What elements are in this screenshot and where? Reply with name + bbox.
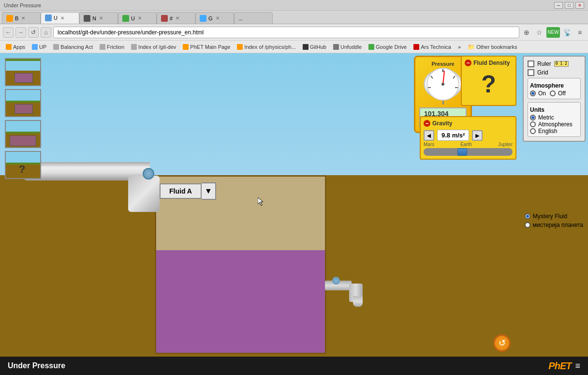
reset-button[interactable]: ↺ bbox=[493, 334, 511, 352]
fluid-density-label: Fluid Density bbox=[473, 60, 510, 66]
thumb2-grass bbox=[6, 101, 40, 103]
tab-close-n[interactable]: ✕ bbox=[98, 15, 104, 21]
new-button[interactable]: NEW bbox=[546, 27, 560, 38]
units-atmospheres-row: Atmospheres bbox=[530, 121, 578, 128]
tab-close-g[interactable]: ✕ bbox=[215, 15, 220, 21]
tab-icon-g bbox=[200, 15, 206, 22]
tab-icon-u2 bbox=[122, 15, 129, 22]
units-english-label: English bbox=[538, 128, 557, 135]
tab-b[interactable]: B ✕ bbox=[2, 12, 41, 24]
window-title: Under Pressure bbox=[4, 2, 41, 8]
side-faucet-knob[interactable] bbox=[332, 277, 340, 285]
atmosphere-on-radio[interactable] bbox=[530, 90, 536, 96]
bookmark-apps-icon bbox=[6, 44, 12, 50]
tab-more[interactable]: ... bbox=[234, 12, 273, 24]
sim-menu-icon[interactable]: ≡ bbox=[575, 361, 580, 371]
tab-icon-hash bbox=[161, 15, 168, 22]
thumbnail-4[interactable]: ? bbox=[5, 151, 41, 179]
bookmark-balancing-act[interactable]: Balancing Act bbox=[50, 43, 96, 51]
fluid-density-title: − Fluid Density bbox=[465, 60, 513, 66]
gravity-decrease-button[interactable]: ◄ bbox=[424, 130, 434, 141]
atmosphere-on-label: On bbox=[538, 90, 546, 97]
bookmarks-more[interactable]: » bbox=[455, 43, 464, 51]
tab-label-g: G bbox=[208, 15, 213, 21]
bookmark-google-drive[interactable]: Google Drive bbox=[366, 43, 410, 51]
gravity-slider[interactable] bbox=[424, 148, 513, 156]
bookmark-git-label: Index of /git-dev bbox=[138, 44, 176, 50]
maximize-button[interactable]: □ bbox=[565, 2, 573, 9]
home-button[interactable]: ⌂ bbox=[41, 27, 51, 38]
thumbnail-3[interactable] bbox=[5, 120, 41, 148]
close-button[interactable]: ✕ bbox=[575, 2, 584, 9]
gravity-collapse-button[interactable]: − bbox=[424, 120, 430, 127]
bookmark-github-icon bbox=[303, 44, 309, 50]
units-english-radio[interactable] bbox=[530, 128, 536, 134]
fluid-dropdown-button[interactable]: ▼ bbox=[202, 182, 216, 200]
thumbnail-1[interactable] bbox=[5, 58, 41, 86]
tab-more-label: ... bbox=[238, 15, 243, 21]
side-faucet-spout bbox=[353, 296, 363, 307]
tab-u2[interactable]: U ✕ bbox=[118, 12, 157, 24]
tab-close-b[interactable]: ✕ bbox=[20, 15, 26, 21]
gravity-value: 9.8 m/s² bbox=[437, 130, 469, 141]
bookmark-index-git[interactable]: Index of /git-dev bbox=[128, 43, 179, 51]
forward-button[interactable]: → bbox=[15, 27, 26, 38]
units-atmospheres-label: Atmospheres bbox=[538, 121, 573, 128]
bookmark-friction[interactable]: Friction bbox=[97, 43, 127, 51]
tab-hash[interactable]: # ✕ bbox=[157, 12, 195, 24]
atmosphere-off-radio[interactable] bbox=[550, 90, 556, 96]
units-atmospheres-radio[interactable] bbox=[530, 121, 536, 127]
gravity-increase-button[interactable]: ► bbox=[472, 130, 483, 141]
tab-n[interactable]: N ✕ bbox=[79, 12, 118, 24]
back-button[interactable]: ← bbox=[3, 27, 14, 38]
thumbnail-2[interactable] bbox=[5, 89, 41, 117]
bookmark-unfuddle[interactable]: Unfuddle bbox=[330, 43, 365, 51]
thumb2-ground bbox=[6, 102, 40, 116]
grid-checkbox[interactable] bbox=[528, 69, 534, 76]
bookmark-github[interactable]: GitHub bbox=[300, 43, 329, 51]
tab-close-u[interactable]: ✕ bbox=[59, 15, 65, 21]
mystery-planet-radio[interactable] bbox=[525, 222, 530, 228]
bookmark-ars-technica[interactable]: Ars Technica bbox=[411, 43, 454, 51]
bookmark-up[interactable]: UP bbox=[29, 43, 49, 51]
bookmarks-bar: Apps UP Balancing Act Friction Index of … bbox=[0, 41, 588, 53]
star-button[interactable]: ☆ bbox=[534, 27, 544, 38]
mystery-section: Mystery Fluid мистерија планета bbox=[525, 213, 583, 228]
tab-close-u2[interactable]: ✕ bbox=[137, 15, 143, 21]
tab-label-hash: # bbox=[170, 15, 173, 21]
bookmark-ars-icon bbox=[413, 44, 419, 50]
fluid-density-collapse-button[interactable]: − bbox=[465, 60, 471, 66]
tab-bar: B ✕ U ✕ N ✕ U ✕ # ✕ G ✕ ... bbox=[0, 11, 588, 24]
fluid-selector-label[interactable]: Fluid A bbox=[160, 183, 202, 199]
ruler-checkbox[interactable] bbox=[528, 60, 534, 67]
address-bar[interactable] bbox=[53, 27, 519, 38]
gravity-controls: ◄ 9.8 m/s² ► bbox=[424, 130, 513, 141]
tab-u[interactable]: U ✕ bbox=[41, 12, 79, 24]
bookmark-github-label: GitHub bbox=[310, 44, 326, 50]
thumbnails-panel: ? bbox=[5, 58, 41, 179]
tab-close-hash[interactable]: ✕ bbox=[175, 15, 180, 21]
bookmarks-folder[interactable]: 📁 Other bookmarks bbox=[465, 43, 520, 51]
units-group: Units Metric Atmospheres English bbox=[528, 102, 581, 137]
reload-button[interactable]: ↺ bbox=[28, 27, 39, 38]
units-metric-radio[interactable] bbox=[530, 115, 536, 120]
simulation-area: Fluid A ▼ Pressure bbox=[0, 53, 588, 357]
mystery-fluid-radio[interactable] bbox=[525, 213, 530, 219]
bookmark-phet[interactable]: PhET Main Page bbox=[180, 43, 233, 51]
faucet-knob[interactable] bbox=[143, 168, 154, 180]
grid-row: Grid bbox=[528, 69, 581, 76]
bookmark-index-physics[interactable]: Index of /physics/ph... bbox=[234, 43, 298, 51]
side-faucet[interactable] bbox=[325, 281, 352, 290]
tab-g[interactable]: G ✕ bbox=[195, 12, 234, 24]
bookmark-phet-label: PhET Main Page bbox=[190, 44, 230, 50]
fluid-density-panel: − Fluid Density ? bbox=[461, 56, 516, 106]
gravity-slider-thumb[interactable] bbox=[457, 148, 467, 156]
menu-button[interactable]: ≡ bbox=[574, 27, 585, 38]
bookmark-apps[interactable]: Apps bbox=[3, 43, 28, 51]
browser-window: Under Pressure ─ □ ✕ B ✕ U ✕ N ✕ U ✕ bbox=[0, 0, 588, 375]
minimize-button[interactable]: ─ bbox=[554, 2, 563, 9]
gravity-label: Gravity bbox=[432, 120, 452, 127]
cast-button[interactable]: 📡 bbox=[562, 27, 573, 38]
gravity-box: − Gravity ◄ 9.8 m/s² ► Mars Earth Jupite… bbox=[420, 116, 516, 160]
extensions-button[interactable]: ⊕ bbox=[521, 27, 532, 38]
